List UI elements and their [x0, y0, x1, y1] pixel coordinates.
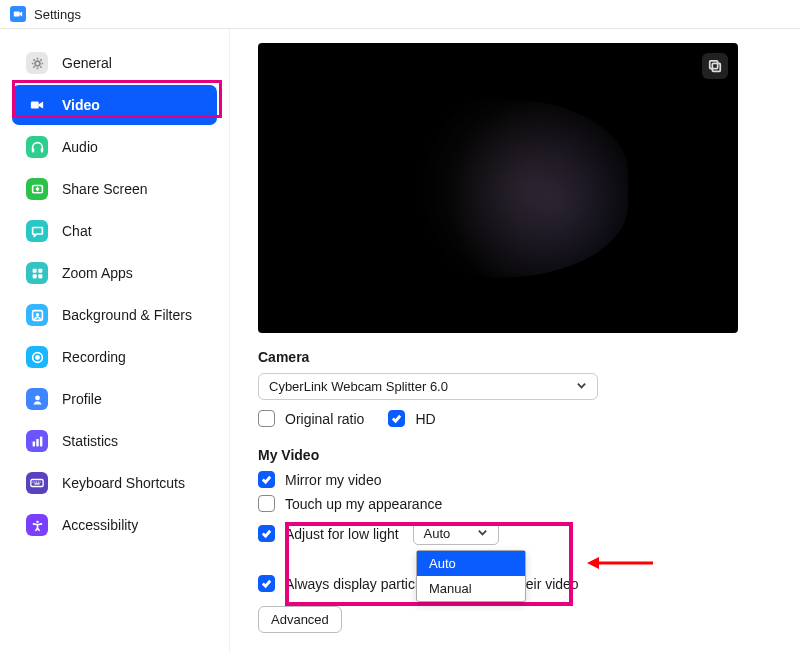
sidebar-item-profile[interactable]: Profile [12, 379, 217, 419]
svg-rect-3 [31, 148, 33, 152]
sidebar-item-label: Statistics [62, 433, 118, 449]
chevron-down-icon [576, 379, 587, 394]
background-icon [26, 304, 48, 326]
sidebar-item-label: General [62, 55, 112, 71]
display-names-checkbox[interactable] [258, 575, 275, 592]
low-light-option-auto[interactable]: Auto [417, 551, 525, 576]
zoom-app-icon [10, 6, 26, 22]
low-light-option-manual[interactable]: Manual [417, 576, 525, 601]
sidebar-item-zoom-apps[interactable]: Zoom Apps [12, 253, 217, 293]
svg-point-19 [36, 520, 38, 522]
low-light-mode-dropdown[interactable]: Auto Manual [416, 550, 526, 602]
low-light-label: Adjust for low light [285, 526, 399, 542]
sidebar-item-keyboard-shortcuts[interactable]: Keyboard Shortcuts [12, 463, 217, 503]
sidebar-item-label: Accessibility [62, 517, 138, 533]
svg-rect-0 [14, 12, 20, 17]
original-ratio-label: Original ratio [285, 411, 364, 427]
svg-rect-9 [38, 274, 42, 278]
low-light-mode-select[interactable]: Auto [413, 522, 499, 545]
svg-rect-21 [712, 63, 720, 71]
touchup-checkbox[interactable] [258, 495, 275, 512]
accessibility-icon [26, 514, 48, 536]
low-light-mode-value: Auto [424, 526, 451, 541]
window-titlebar: Settings [0, 0, 800, 29]
camera-section-label: Camera [258, 349, 778, 365]
sidebar-item-chat[interactable]: Chat [12, 211, 217, 251]
svg-rect-17 [39, 436, 41, 446]
low-light-checkbox[interactable] [258, 525, 275, 542]
svg-rect-2 [31, 102, 39, 109]
display-names-label-prefix: Always display partici [285, 576, 418, 592]
sidebar-item-video[interactable]: Video [12, 85, 217, 125]
mirror-video-checkbox[interactable] [258, 471, 275, 488]
sidebar-item-label: Share Screen [62, 181, 148, 197]
sidebar-item-audio[interactable]: Audio [12, 127, 217, 167]
headphones-icon [26, 136, 48, 158]
mirror-video-label: Mirror my video [285, 472, 381, 488]
sidebar-item-label: Video [62, 97, 100, 113]
svg-rect-15 [32, 441, 34, 446]
sidebar-item-label: Background & Filters [62, 307, 192, 323]
fullscreen-button[interactable] [702, 53, 728, 79]
touchup-label: Touch up my appearance [285, 496, 442, 512]
sidebar-item-recording[interactable]: Recording [12, 337, 217, 377]
svg-point-13 [35, 355, 40, 360]
svg-point-14 [35, 395, 40, 400]
sidebar-item-label: Chat [62, 223, 92, 239]
video-icon [26, 94, 48, 116]
svg-point-11 [35, 313, 38, 316]
sidebar-item-general[interactable]: General [12, 43, 217, 83]
annotation-arrow [585, 553, 655, 573]
svg-rect-7 [38, 268, 42, 272]
camera-select[interactable]: CyberLink Webcam Splitter 6.0 [258, 373, 598, 400]
chevron-down-icon [477, 526, 488, 541]
svg-rect-18 [31, 480, 43, 487]
statistics-icon [26, 430, 48, 452]
share-screen-icon [26, 178, 48, 200]
sidebar-item-label: Recording [62, 349, 126, 365]
sidebar-item-statistics[interactable]: Statistics [12, 421, 217, 461]
sidebar-item-share-screen[interactable]: Share Screen [12, 169, 217, 209]
sidebar-item-accessibility[interactable]: Accessibility [12, 505, 217, 545]
apps-icon [26, 262, 48, 284]
keyboard-icon [26, 472, 48, 494]
svg-rect-20 [710, 61, 718, 69]
svg-marker-23 [587, 557, 599, 569]
sidebar-item-background-filters[interactable]: Background & Filters [12, 295, 217, 335]
my-video-section-label: My Video [258, 447, 778, 463]
svg-rect-6 [32, 268, 36, 272]
window-title: Settings [34, 7, 81, 22]
svg-rect-16 [36, 439, 38, 446]
chat-icon [26, 220, 48, 242]
advanced-button[interactable]: Advanced [258, 606, 342, 633]
camera-preview-art [368, 98, 628, 278]
svg-rect-8 [32, 274, 36, 278]
sidebar-item-label: Keyboard Shortcuts [62, 475, 185, 491]
settings-content: Camera CyberLink Webcam Splitter 6.0 Ori… [230, 29, 800, 652]
svg-point-1 [35, 61, 40, 66]
record-icon [26, 346, 48, 368]
hd-checkbox[interactable] [388, 410, 405, 427]
gear-icon [26, 52, 48, 74]
original-ratio-checkbox[interactable] [258, 410, 275, 427]
sidebar-item-label: Profile [62, 391, 102, 407]
settings-sidebar: GeneralVideoAudioShare ScreenChatZoom Ap… [0, 29, 230, 652]
camera-select-value: CyberLink Webcam Splitter 6.0 [269, 379, 448, 394]
profile-icon [26, 388, 48, 410]
camera-preview [258, 43, 738, 333]
sidebar-item-label: Zoom Apps [62, 265, 133, 281]
hd-label: HD [415, 411, 435, 427]
sidebar-item-label: Audio [62, 139, 98, 155]
svg-rect-4 [40, 148, 42, 152]
